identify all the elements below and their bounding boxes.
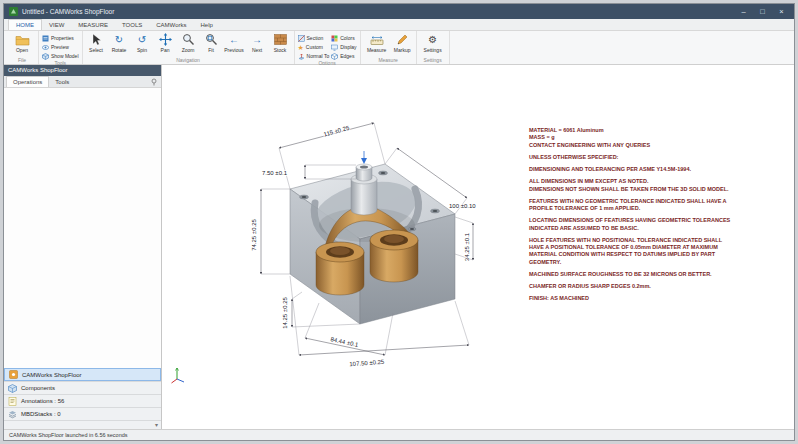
normal-to-button[interactable]: Normal To — [298, 52, 330, 60]
components-cube-icon — [8, 384, 17, 393]
zoom-label: Zoom — [182, 47, 195, 53]
dimension-label-7-50[interactable]: 7.50 ±0.1 — [262, 170, 288, 176]
panel-section-components[interactable]: Components — [4, 381, 161, 394]
section-button[interactable]: Section — [298, 34, 330, 42]
rotate-button[interactable]: ↻ Rotate — [109, 32, 130, 53]
app-window: Untitled - CAMWorks ShopFloor – □ × HOME… — [3, 3, 795, 441]
dimension-label-34-25[interactable]: 34.25 ±0.1 — [464, 232, 470, 261]
panel-section-annotations[interactable]: Annotations : 56 — [4, 394, 161, 407]
panel-section-mbdstacks[interactable]: MBDStacks : 0 — [4, 407, 161, 420]
select-button[interactable]: Select — [86, 32, 107, 53]
open-button[interactable]: Open — [9, 32, 35, 53]
ribbon-group-label: Settings — [420, 57, 446, 64]
preview-button[interactable]: Preview — [42, 43, 79, 51]
section-label: Section — [307, 35, 324, 41]
drawing-note: MACHINED SURFACE ROUGHNESS TO BE 32 MICR… — [529, 271, 733, 278]
tab-view[interactable]: VIEW — [42, 20, 71, 30]
app-icon — [9, 7, 18, 16]
tab-measure[interactable]: MEASURE — [71, 20, 115, 30]
custom-view-button[interactable]: ★ Custom — [298, 43, 330, 51]
tab-tools-panel[interactable]: Tools — [49, 77, 75, 87]
dimension-label-14-25[interactable]: 14.25 ±0.25 — [282, 297, 288, 329]
colors-button[interactable]: Colors — [331, 34, 356, 42]
select-label: Select — [89, 47, 103, 53]
dimension-label-115[interactable]: 115 ±0.25 — [323, 125, 351, 138]
properties-button[interactable]: Properties — [42, 34, 79, 42]
drawing-note: HOLE FEATURES WITH NO POSITIONAL TOLERAN… — [529, 237, 733, 266]
ribbon-group-label: File — [9, 57, 35, 64]
brick-wall-icon — [274, 33, 287, 46]
spin-label: Spin — [137, 47, 147, 53]
stock-label: Stock — [274, 47, 287, 53]
tab-home[interactable]: HOME — [8, 19, 42, 30]
ribbon-tab-bar: HOME VIEW MEASURE TOOLS CAMWorks Help — [4, 19, 794, 31]
magnifier-icon — [182, 33, 195, 46]
drawing-note: DIMENSIONING AND TOLERANCING PER ASME Y1… — [529, 166, 733, 173]
drawing-notes: MATERIAL = 6061 Aluminum MASS = g CONTAC… — [529, 127, 733, 308]
cursor-icon — [90, 33, 103, 46]
zoom-fit-button[interactable]: Fit — [201, 32, 222, 53]
edges-cube-icon — [331, 53, 338, 60]
layers-icon — [8, 410, 17, 419]
dimension-label-107-50[interactable]: 107.50 ±0.25 — [349, 359, 385, 367]
operations-tree[interactable] — [4, 88, 161, 368]
close-button[interactable]: × — [774, 4, 789, 19]
window-title: Untitled - CAMWorks ShopFloor — [22, 8, 114, 15]
show-model-label: Show Model — [51, 53, 79, 59]
properties-label: Properties — [51, 35, 74, 41]
section-icon — [298, 35, 305, 42]
annotation-marker[interactable] — [361, 151, 367, 164]
star-icon: ★ — [298, 44, 304, 51]
model-3d-view[interactable]: 115 ±0.25 7.50 ±0.1 100 ±0.10 74.25 ±0.2… — [207, 107, 547, 397]
spin-icon: ↺ — [138, 33, 146, 46]
annotations-note-icon — [8, 397, 17, 406]
ribbon-group-label: Measure — [364, 57, 413, 64]
drawing-note: CHAMFER OR RADIUS SHARP EDGES 0.2mm. — [529, 283, 733, 290]
status-bar: CAMWorks ShopFloor launched in 6.56 seco… — [4, 429, 794, 440]
markup-label: Markup — [394, 47, 411, 53]
panel-section-camworks-shopfloor[interactable]: CAMWorks ShopFloor — [4, 368, 161, 381]
next-label: Next — [252, 47, 262, 53]
drawing-note: ALL DIMENSIONS IN MM EXCEPT AS NOTED. DI… — [529, 178, 733, 193]
tab-camworks[interactable]: CAMWorks — [149, 20, 193, 30]
display-label: Display — [340, 44, 356, 50]
spin-button[interactable]: ↺ Spin — [132, 32, 153, 53]
arrow-left-icon: ← — [229, 33, 239, 46]
main-area: CAMWorks ShopFloor Operations Tools CAMW… — [4, 65, 794, 429]
gear-icon: ⚙ — [428, 33, 437, 46]
edges-button[interactable]: Edges — [331, 52, 356, 60]
normal-to-icon — [298, 53, 305, 60]
dimension-label-100[interactable]: 100 ±0.10 — [449, 203, 476, 209]
tab-operations[interactable]: Operations — [6, 76, 49, 87]
measure-label: Measure — [367, 47, 386, 53]
show-model-button[interactable]: Show Model — [42, 52, 79, 60]
ribbon-group-options: Section ★ Custom Normal To Colors — [295, 31, 361, 64]
drawing-note: UNLESS OTHERWISE SPECIFIED: — [529, 154, 733, 161]
dimension-label-74-25[interactable]: 74.25 ±0.25 — [251, 219, 257, 251]
section-label: Annotations : 56 — [21, 398, 64, 404]
drawing-note: FEATURES WITH NO GEOMETRIC TOLERANCE IND… — [529, 198, 733, 213]
measure-button[interactable]: Measure — [364, 32, 390, 53]
ribbon-group-label: Navigation — [86, 57, 291, 64]
ribbon-group-navigation: Select ↻ Rotate ↺ Spin Pan — [83, 31, 295, 64]
pan-button[interactable]: Pan — [155, 32, 176, 53]
graphics-viewport[interactable]: 115 ±0.25 7.50 ±0.1 100 ±0.10 74.25 ±0.2… — [162, 65, 794, 429]
pencil-icon — [396, 33, 409, 46]
ribbon-group-measure: Measure Markup Measure — [361, 31, 417, 64]
pan-label: Pan — [161, 47, 170, 53]
zoom-button[interactable]: Zoom — [178, 32, 199, 53]
monitor-icon — [331, 44, 338, 51]
next-view-button[interactable]: → Next — [247, 32, 268, 53]
panel-caption: CAMWorks ShopFloor — [4, 65, 161, 76]
minimize-button[interactable]: – — [736, 4, 751, 19]
display-button[interactable]: Display — [331, 43, 356, 51]
title-bar: Untitled - CAMWorks ShopFloor – □ × — [4, 4, 794, 19]
pin-icon[interactable] — [150, 78, 158, 86]
stock-button[interactable]: Stock — [270, 32, 291, 53]
previous-view-button[interactable]: ← Previous — [224, 32, 245, 53]
markup-button[interactable]: Markup — [392, 32, 413, 53]
settings-button[interactable]: ⚙ Settings — [420, 32, 446, 53]
tab-tools[interactable]: TOOLS — [115, 20, 149, 30]
maximize-button[interactable]: □ — [755, 4, 770, 19]
tab-help[interactable]: Help — [193, 20, 219, 30]
